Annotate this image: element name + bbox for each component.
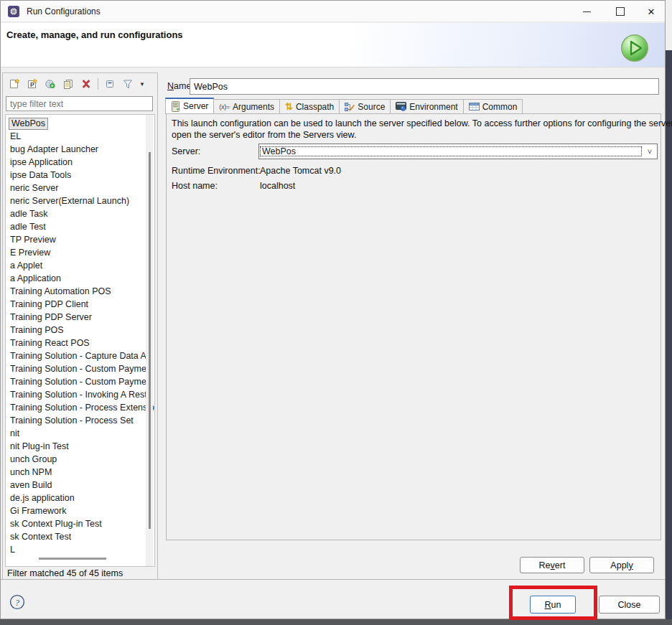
collapse-all-icon[interactable] — [102, 76, 118, 92]
filter-icon[interactable] — [120, 76, 136, 92]
tree-horizontal-scrollbar-thumb[interactable] — [39, 558, 106, 560]
tree-item-label: neric Server — [9, 183, 60, 193]
tree-item[interactable]: a Applet — [6, 259, 154, 272]
tree-item-label: neric Server(External Launch) — [9, 196, 131, 206]
tab-environment[interactable]: Environment — [390, 99, 463, 114]
delete-icon[interactable] — [78, 76, 94, 92]
view-menu-icon[interactable]: ▼ — [138, 81, 146, 88]
tree-item-label: sk Context Plug-in Test — [9, 519, 103, 529]
tree-item[interactable]: adle Test — [6, 220, 154, 233]
tree-item[interactable]: Training Automation POS — [6, 285, 154, 298]
close-button[interactable]: Close — [599, 596, 660, 614]
tree-item[interactable]: EL — [6, 130, 154, 143]
run-button[interactable]: Run — [530, 596, 576, 614]
run-configurations-dialog: Run Configurations ✕ Create, manage, and… — [0, 0, 666, 619]
tree-item[interactable]: unch Group — [6, 453, 154, 466]
revert-button[interactable]: Revert — [520, 557, 584, 573]
tab-source[interactable]: Source — [339, 99, 391, 114]
tree-item[interactable]: Training Solution - Process Set — [6, 414, 154, 427]
minimize-button[interactable] — [571, 1, 602, 22]
help-button[interactable]: ? — [9, 594, 25, 610]
tree-item[interactable]: WebPos — [6, 117, 154, 130]
tree-item-label: a Application — [9, 273, 62, 283]
tree-item[interactable]: Training PDP Client — [6, 298, 154, 311]
eclipse-app-icon — [8, 6, 19, 17]
environment-icon — [396, 102, 406, 111]
tree-item-label: Training Automation POS — [9, 286, 113, 296]
tree-item[interactable]: Training Solution - Capture Data Ar — [6, 349, 154, 362]
tree-item[interactable]: Training PDP Server — [6, 311, 154, 324]
tree-item[interactable]: Gi Framework — [6, 504, 154, 517]
tab-bar: Server (x)= Arguments ⇅ Classpath Source — [166, 98, 523, 114]
tree-vertical-scrollbar-thumb[interactable] — [149, 152, 151, 529]
tree-item[interactable]: ipse Data Tools — [6, 169, 154, 182]
tree-item[interactable]: TP Preview — [6, 233, 154, 246]
name-input[interactable] — [190, 78, 659, 95]
tree-item-label: nit — [9, 428, 21, 438]
tree-item-label: bug Adapter Launcher — [9, 144, 100, 154]
minimize-icon — [583, 11, 591, 12]
server-combo[interactable]: WebPos ˅ — [258, 144, 658, 159]
server-label: Server: — [172, 146, 200, 156]
tree-item-label: de.js application — [9, 493, 76, 503]
maximize-icon — [616, 7, 625, 16]
tree-item[interactable]: bug Adapter Launcher — [6, 143, 154, 156]
tab-common[interactable]: Common — [463, 99, 523, 114]
maximize-button[interactable] — [605, 1, 636, 22]
title-bar[interactable]: Run Configurations ✕ — [1, 1, 665, 22]
tree-item-label: Training Solution - Capture Data Ar — [9, 351, 151, 361]
tab-server[interactable]: Server — [165, 98, 214, 114]
tree-item[interactable]: nit — [6, 427, 154, 440]
tree-item[interactable]: de.js application — [6, 492, 154, 504]
tree-item[interactable]: unch NPM — [6, 466, 154, 479]
tree-item-label: a Applet — [9, 260, 44, 271]
tree-item[interactable]: L — [6, 543, 154, 556]
tree-item[interactable]: neric Server(External Launch) — [6, 194, 154, 207]
configurations-tree[interactable]: WebPos EL bug Adapter Launcher ipse Appl… — [5, 114, 155, 567]
tree-item-label: E Preview — [9, 248, 52, 258]
tree-item[interactable]: E Preview — [6, 246, 154, 259]
tree-item[interactable]: a Application — [6, 272, 154, 285]
tree-item[interactable]: nit Plug-in Test — [6, 440, 154, 453]
export-launch-configurations-icon[interactable] — [42, 76, 58, 92]
tree-item-label: adle Test — [9, 222, 47, 232]
tab-description-line2: open the server's editor from the Server… — [172, 130, 356, 140]
tree-item[interactable]: Training Solution - Invoking A Restf — [6, 388, 154, 401]
footer-separator — [1, 579, 665, 580]
tree-item[interactable]: sk Context Plug-in Test — [6, 517, 154, 530]
tree-item-label: ipse Data Tools — [9, 170, 73, 180]
tab-classpath[interactable]: ⇅ Classpath — [279, 99, 340, 114]
tab-label: Server — [183, 101, 208, 111]
source-icon — [345, 102, 355, 112]
tree-item[interactable]: Training Solution - Custom Paymer — [6, 375, 154, 388]
tree-item[interactable]: Training Solution - Custom Paymer — [6, 362, 154, 375]
tree-item-label: sk Context Test — [9, 532, 73, 542]
new-launch-configuration-icon[interactable] — [6, 76, 22, 92]
classpath-icon: ⇅ — [285, 103, 293, 111]
background-window-right-strip — [666, 50, 672, 619]
new-prototype-icon[interactable]: P — [24, 76, 40, 92]
tree-item[interactable]: sk Context Test — [6, 530, 154, 543]
duplicate-icon[interactable] — [60, 76, 76, 92]
tree-item-label: EL — [9, 131, 22, 141]
tree-item[interactable]: Training React POS — [6, 337, 154, 349]
apply-button[interactable]: Apply — [589, 557, 654, 573]
tab-arguments[interactable]: (x)= Arguments — [213, 99, 280, 114]
tree-item-label: aven Build — [9, 480, 53, 490]
tree-item[interactable]: Training Solution - Process Extensio — [6, 401, 154, 414]
host-name-label: Host name: — [172, 181, 218, 191]
filter-input[interactable] — [6, 96, 153, 111]
chevron-down-icon[interactable]: ˅ — [643, 147, 657, 156]
tree-item[interactable]: aven Build — [6, 479, 154, 492]
tree-item[interactable]: neric Server — [6, 182, 154, 194]
close-window-button[interactable]: ✕ — [635, 1, 667, 22]
run-circle-icon — [620, 34, 649, 62]
tree-item[interactable]: adle Task — [6, 207, 154, 220]
runtime-environment-label: Runtime Environment: — [172, 166, 261, 176]
tree-item[interactable]: ipse Application — [6, 156, 154, 169]
tree-item-label: nit Plug-in Test — [9, 441, 70, 451]
tree-vertical-scrollbar[interactable] — [146, 115, 153, 566]
tree-item[interactable]: Training POS — [6, 324, 154, 337]
tree-item-label: WebPos — [9, 118, 48, 130]
background-window-bottom-strip — [0, 619, 672, 625]
